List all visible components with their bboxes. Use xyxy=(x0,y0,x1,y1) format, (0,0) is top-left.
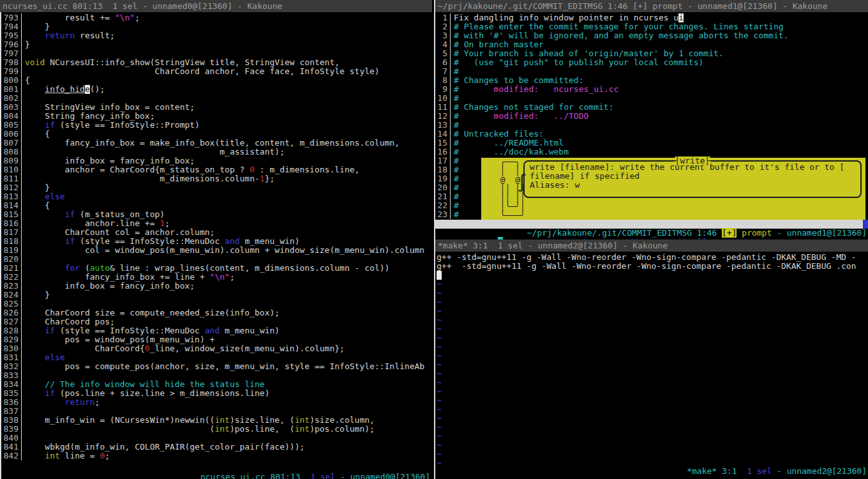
buffer-line[interactable]: 806 { xyxy=(1,130,432,139)
line-text: g++ -std=gnu++11 -g -Wall -Wno-reorder -… xyxy=(437,262,856,271)
buffer-line[interactable]: 11# Changes not staged for commit: xyxy=(435,103,868,112)
buffer-line[interactable]: 13# xyxy=(435,121,868,130)
commit-editor[interactable]: 1Fix dangling info window pointer in ncu… xyxy=(435,12,868,240)
text-segment: String fancy_info_box; xyxy=(25,112,155,121)
buffer-line[interactable]: 826 CharCoord size = compute_needed_size… xyxy=(1,308,432,317)
left-window-titlebar[interactable]: ncurses_ui.cc 801:13 1 sel - unnamed0@[2… xyxy=(0,0,432,12)
buffer-line[interactable]: 819 col = window_pos(m_menu_win).column … xyxy=(1,246,432,255)
buffer-line[interactable]: 828 if (style == InfoStyle::MenuDoc and … xyxy=(1,326,432,335)
line-number: 794 xyxy=(1,22,22,31)
text-segment: m_info_win = (NCursesWin*)newwin(( xyxy=(25,416,214,425)
completion-scrollbar[interactable] xyxy=(863,220,868,229)
empty-line-tilde: ~ xyxy=(435,450,868,459)
buffer-line[interactable]: 839 (int)pos.line, (int)pos.column); xyxy=(1,425,432,434)
make-buffer[interactable]: g++ -std=gnu++11 -g -Wall -Wno-reorder -… xyxy=(435,252,868,479)
buffer-line[interactable]: 841 wbkgd(m_info_win, COLOR_PAIR(get_col… xyxy=(1,443,432,452)
buffer-line[interactable]: 809 info_box = fancy_info_box; xyxy=(1,156,432,165)
buffer-line[interactable]: 827 CharCoord pos; xyxy=(1,317,432,326)
buffer-line[interactable]: 805 if (style == InfoStyle::Prompt) xyxy=(1,121,432,130)
text-segment: - unnamed0@[21360] xyxy=(335,472,430,479)
buffer-line[interactable]: 810 anchor = CharCoord{m_status_on_top ?… xyxy=(1,165,432,174)
text-segment: ~ xyxy=(437,342,442,351)
buffer-line[interactable]: 803 StringView info_box = content; xyxy=(1,103,432,112)
buffer-line[interactable]: 797 xyxy=(1,49,432,58)
make-window-titlebar[interactable]: *make* 3:1 1 sel - unnamed2@[21360] - Ka… xyxy=(435,240,868,252)
buffer-line[interactable]: 802 xyxy=(1,94,432,103)
buffer-line[interactable]: 818 if (style == InfoStyle::MenuDoc and … xyxy=(1,237,432,246)
left-statusline: ncurses_ui.cc 801:13 1 sel - unnamed0@[2… xyxy=(200,473,430,479)
buffer-line[interactable]: 7# xyxy=(435,67,868,76)
text-segment xyxy=(25,121,45,130)
buffer-line[interactable]: 832 pos = compute_pos(anchor, size, m_me… xyxy=(1,362,432,371)
buffer-line[interactable]: 8# Changes to be committed: xyxy=(435,76,868,85)
buffer-line[interactable]: 815 if (m_status_on_top) xyxy=(1,210,432,219)
buffer-line[interactable]: 816 anchor.line += 1; xyxy=(1,219,432,228)
buffer-line[interactable]: 14# Untracked files: xyxy=(435,130,868,139)
commit-window-titlebar[interactable]: ~/prj/kakoune/.git/COMMIT_EDITMSG 1:46 [… xyxy=(435,0,868,12)
buffer-line[interactable]: 822 fancy_info_box += line + "\n"; xyxy=(1,273,432,282)
text-segment: CharCount col = anchor.column; xyxy=(25,228,214,237)
buffer-line[interactable]: 16# ../doc/kak.webm xyxy=(435,148,868,156)
buffer-line[interactable]: 5# Your branch is ahead of 'origin/maste… xyxy=(435,49,868,58)
buffer-line[interactable]: 793 result += "\n"; xyxy=(1,13,432,22)
buffer-line[interactable] xyxy=(435,271,868,280)
text-segment: # xyxy=(454,210,459,219)
buffer-line[interactable]: 830 CharCoord{0_line, window_size(m_menu… xyxy=(1,344,432,353)
buffer-line[interactable]: 823 info_box = fancy_info_box; xyxy=(1,282,432,291)
buffer-line[interactable]: 799 CharCoord anchor, Face face, InfoSty… xyxy=(1,67,432,76)
buffer-line[interactable]: 820 xyxy=(1,255,432,264)
buffer-line[interactable]: 836 return; xyxy=(1,398,432,407)
left-editor[interactable]: 793 result += "\n";794 }795 return resul… xyxy=(0,12,432,479)
buffer-line[interactable]: 6# (use "git push" to publish your local… xyxy=(435,58,868,67)
buffer-line[interactable]: 842 int line = 0; xyxy=(1,452,432,460)
buffer-line[interactable]: 812 } xyxy=(1,183,432,192)
buffer-line[interactable]: 796} xyxy=(1,40,432,49)
buffer-line[interactable]: 825 xyxy=(1,300,432,308)
line-number: 828 xyxy=(1,326,22,335)
buffer-line[interactable]: 804 String fancy_info_box; xyxy=(1,112,432,121)
line-text: # ../README.html xyxy=(454,139,564,148)
buffer-line[interactable]: 834 // The info window will hide the sta… xyxy=(1,380,432,389)
prompt-statusline[interactable]: :w ~/prj/kakoune/.git/COMMIT_EDITMSG 1:4… xyxy=(435,229,868,238)
buffer-line[interactable]: 811 m_dimensions.column-1}; xyxy=(1,174,432,183)
buffer-line[interactable]: 813 else xyxy=(1,192,432,201)
line-number: 9 xyxy=(435,85,451,94)
buffer-line[interactable]: g++ -std=gnu++11 -g -Wall -Wno-reorder -… xyxy=(435,262,868,271)
buffer-line[interactable]: 4# On branch master xyxy=(435,40,868,49)
buffer-line[interactable]: g++ -std=gnu++11 -g -Wall -Wno-reorder -… xyxy=(435,253,868,262)
buffer-line[interactable]: 12# modified: ../TODO xyxy=(435,112,868,121)
buffer-line[interactable]: 1Fix dangling info window pointer in ncu… xyxy=(435,13,868,22)
buffer-line[interactable]: 807 fancy_info_box = make_info_box(title… xyxy=(1,139,432,148)
buffer-line[interactable]: 840 xyxy=(1,434,432,443)
line-number: 10 xyxy=(435,94,451,103)
buffer-line[interactable]: 835 if (pos.line + size.line > m_dimensi… xyxy=(1,389,432,398)
buffer-line[interactable]: 9# modified: ncurses_ui.cc xyxy=(435,85,868,94)
buffer-line[interactable]: 829 pos = window_pos(m_menu_win) + xyxy=(1,335,432,344)
empty-line-tilde: ~ xyxy=(435,378,868,387)
buffer-line[interactable]: 10# xyxy=(435,94,868,103)
line-text: # (use "git push" to publish your local … xyxy=(454,58,703,67)
buffer-line[interactable]: 15# ../README.html xyxy=(435,139,868,148)
buffer-line[interactable]: 808 m_assistant); xyxy=(1,148,432,156)
text-segment: ~ xyxy=(437,369,442,378)
buffer-line[interactable]: 800{ xyxy=(1,76,432,85)
empty-line-tilde: ~ xyxy=(435,396,868,405)
line-text: StringView info_box = content; xyxy=(25,103,195,112)
buffer-line[interactable]: 833 xyxy=(1,371,432,380)
buffer-line[interactable]: 821 for (auto& line : wrap_lines(content… xyxy=(1,264,432,273)
buffer-line[interactable]: 837 xyxy=(1,407,432,416)
buffer-line[interactable]: 2# Please enter the commit message for y… xyxy=(435,22,868,31)
buffer-line[interactable]: 814 { xyxy=(1,201,432,210)
buffer-line[interactable]: 794 } xyxy=(1,22,432,31)
buffer-line[interactable]: 831 else xyxy=(1,353,432,362)
buffer-line[interactable]: 3# with '#' will be ignored, and an empt… xyxy=(435,31,868,40)
line-number: 22 xyxy=(435,201,451,210)
text-segment: ; xyxy=(135,13,140,22)
buffer-line[interactable]: 798void NCursesUI::info_show(StringView … xyxy=(1,58,432,67)
buffer-line[interactable]: 801 info_hide(); xyxy=(1,85,432,94)
info-box-text: write [filename]: write the current buff… xyxy=(525,162,860,191)
buffer-line[interactable]: 838 m_info_win = (NCursesWin*)newwin((in… xyxy=(1,416,432,425)
buffer-line[interactable]: 795 return result; xyxy=(1,31,432,40)
buffer-line[interactable]: 817 CharCount col = anchor.column; xyxy=(1,228,432,237)
buffer-line[interactable]: 824 } xyxy=(1,291,432,300)
